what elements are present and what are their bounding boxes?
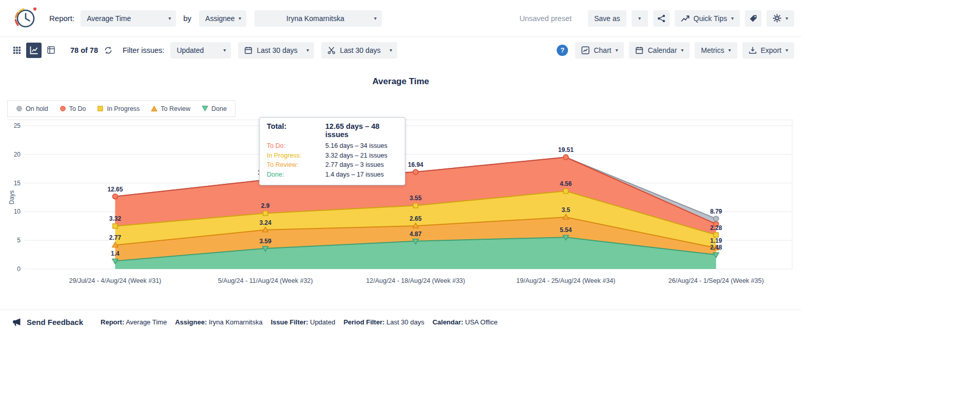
chart-view-button[interactable]: [26, 43, 42, 58]
chevron-down-icon: ▾: [786, 16, 788, 21]
assignee-value: Iryna Komarnitska: [261, 14, 370, 23]
chevron-down-icon: ▾: [681, 48, 683, 53]
svg-text:19.51: 19.51: [558, 146, 574, 153]
svg-text:2.28: 2.28: [710, 224, 722, 232]
gear-icon: [773, 14, 781, 23]
svg-text:5/Aug/24 - 11/Aug/24 (Week #32: 5/Aug/24 - 11/Aug/24 (Week #32): [218, 277, 313, 284]
chevron-down-icon: ▾: [306, 48, 309, 53]
chevron-down-icon: ▾: [731, 16, 734, 21]
issue-filter-value: Updated: [177, 46, 219, 54]
svg-text:15: 15: [14, 180, 21, 187]
svg-text:8.79: 8.79: [710, 208, 722, 215]
save-as-button[interactable]: Save as: [588, 10, 626, 27]
line-chart-icon: [30, 46, 38, 54]
report-type-value: Average Time: [87, 14, 164, 23]
trend-up-icon: [681, 15, 690, 22]
legend-marker-icon: [60, 105, 66, 112]
period-filter-select[interactable]: Last 30 days ▾: [238, 42, 314, 59]
trim-filter-value: Last 30 days: [340, 46, 385, 54]
help-button[interactable]: ?: [557, 45, 568, 56]
chart-tooltip: Total: 12.65 days – 48 issues To Do:5.16…: [259, 117, 405, 185]
svg-text:Days: Days: [8, 190, 15, 204]
legend-marker-icon: [151, 105, 158, 112]
svg-text:3.5: 3.5: [561, 206, 570, 214]
tag-button[interactable]: [745, 10, 761, 27]
svg-text:3.24: 3.24: [260, 219, 272, 226]
svg-text:2.48: 2.48: [710, 244, 722, 251]
tooltip-row: To Review:2.77 days – 3 issues: [267, 160, 398, 170]
legend-item-done[interactable]: Done: [202, 105, 227, 112]
svg-text:4.56: 4.56: [560, 180, 572, 187]
legend-item-on-hold[interactable]: On hold: [16, 105, 48, 112]
svg-text:3.59: 3.59: [260, 238, 272, 245]
legend-marker-icon: [16, 105, 23, 112]
trim-filter-select[interactable]: Last 30 days ▾: [321, 42, 397, 59]
chevron-down-icon: ▾: [239, 16, 241, 21]
issue-filter-select[interactable]: Updated ▾: [170, 42, 231, 59]
chart-title: Average Time: [0, 63, 801, 87]
svg-text:4.87: 4.87: [409, 230, 422, 238]
footer-meta: Report: Average TimeAssignee: Iryna Koma…: [101, 318, 498, 326]
tooltip-total-label: Total:: [267, 122, 325, 139]
tag-icon: [749, 14, 757, 23]
svg-text:1.19: 1.19: [710, 237, 722, 244]
legend-item-to-review[interactable]: To Review: [151, 105, 190, 112]
assignee-select[interactable]: Iryna Komarnitska ▾: [254, 10, 382, 27]
metrics-menu-button[interactable]: Metrics ▾: [695, 42, 737, 59]
export-menu-button[interactable]: Export ▾: [742, 42, 795, 59]
svg-text:3.55: 3.55: [409, 195, 422, 202]
calendar-menu-button[interactable]: Calendar ▾: [629, 42, 690, 59]
top-header: Report: Average Time ▾ by Assignee ▾ Iry…: [0, 0, 801, 37]
group-by-select[interactable]: Assignee ▾: [199, 10, 246, 27]
chevron-down-icon: ▾: [638, 16, 641, 21]
report-type-select[interactable]: Average Time ▾: [81, 10, 176, 27]
svg-text:12/Aug/24 - 18/Aug/24 (Week #3: 12/Aug/24 - 18/Aug/24 (Week #33): [366, 277, 465, 284]
svg-text:3.32: 3.32: [109, 215, 122, 222]
issue-count: 78 of 78: [70, 46, 98, 54]
svg-text:1.4: 1.4: [111, 250, 120, 257]
scissors-icon: [327, 46, 336, 54]
legend-item-in-progress[interactable]: In Progress: [97, 105, 140, 112]
footer-meta-item: Report: Average Time: [101, 318, 167, 326]
export-icon: [749, 46, 757, 54]
share-button[interactable]: [653, 10, 670, 27]
chevron-down-icon: ▾: [728, 48, 731, 53]
help-icon: ?: [560, 46, 564, 54]
footer-meta-item: Period Filter: Last 30 days: [343, 318, 424, 326]
svg-text:12.65: 12.65: [107, 186, 123, 193]
grid-icon: [13, 47, 21, 54]
megaphone-icon: [12, 318, 22, 326]
toolbar: 78 of 78 Filter issues: Updated ▾: [0, 37, 801, 63]
grid-view-button[interactable]: [9, 43, 25, 58]
send-feedback-button[interactable]: Send Feedback: [12, 318, 83, 326]
svg-text:2.65: 2.65: [409, 215, 422, 222]
svg-text:0: 0: [17, 265, 21, 273]
refresh-button[interactable]: [102, 44, 114, 56]
svg-text:20: 20: [14, 151, 21, 158]
svg-text:26/Aug/24 - 1/Sep/24 (Week #35: 26/Aug/24 - 1/Sep/24 (Week #35): [669, 277, 764, 284]
legend-item-to-do[interactable]: To Do: [60, 105, 86, 112]
unsaved-preset-label: Unsaved preset: [519, 14, 572, 23]
svg-text:2.77: 2.77: [109, 234, 122, 241]
svg-text:10: 10: [14, 208, 21, 215]
calendar-icon: [635, 46, 643, 54]
quick-tips-button[interactable]: Quick Tips ▾: [675, 10, 740, 27]
footer-meta-item: Assignee: Iryna Komarnitska: [175, 318, 263, 326]
chart-menu-button[interactable]: Chart ▾: [575, 42, 624, 59]
footer-meta-item: Issue Filter: Updated: [271, 318, 336, 326]
calendar-icon: [244, 46, 252, 54]
chevron-down-icon: ▾: [168, 16, 171, 21]
app-logo-icon: [9, 4, 39, 33]
filter-issues-label: Filter issues:: [123, 46, 164, 54]
svg-text:25: 25: [14, 122, 21, 129]
svg-text:5.54: 5.54: [560, 226, 572, 234]
svg-text:16.94: 16.94: [408, 161, 423, 168]
svg-text:2.9: 2.9: [261, 202, 270, 209]
chevron-down-icon: ▾: [223, 48, 226, 53]
settings-button[interactable]: ▾: [767, 10, 794, 27]
tooltip-row: To Do:5.16 days – 34 issues: [267, 141, 398, 151]
save-as-dropdown-button[interactable]: ▾: [632, 10, 648, 27]
pivot-view-button[interactable]: [43, 43, 58, 58]
by-label: by: [183, 14, 191, 23]
app-root: Report: Average Time ▾ by Assignee ▾ Iry…: [0, 0, 801, 333]
